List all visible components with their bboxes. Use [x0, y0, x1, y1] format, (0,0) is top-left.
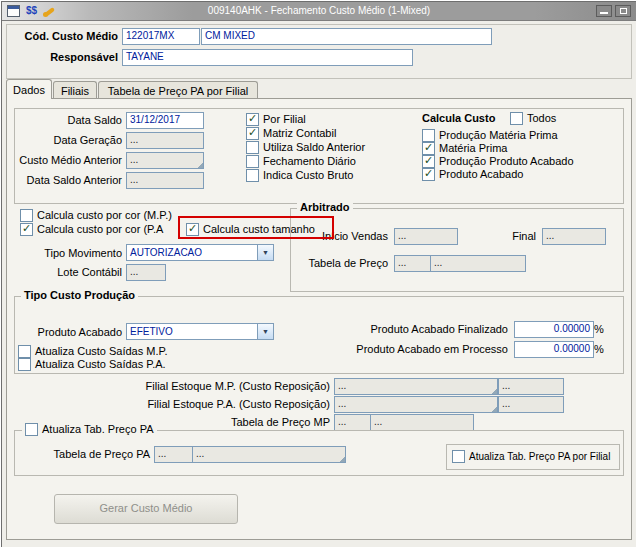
gerar-custo-medio-button[interactable]: Gerar Custo Médio — [54, 494, 238, 524]
checkbox-matriz-contabil[interactable]: Matriz Contabil — [246, 127, 336, 140]
filial-estoque-mp-field2[interactable]: ... — [498, 378, 564, 395]
checkbox-calcula-custo-cor-mp[interactable]: Calcula custo por cor (M.P.) — [20, 209, 172, 222]
lote-contabil-field[interactable]: ... — [126, 264, 166, 281]
utiliza-saldo-anterior-checkbox[interactable] — [246, 141, 259, 154]
tabela-preco-label: Tabela de Preço — [298, 257, 388, 270]
atualiza-custo-saidas-pa-label: Atualiza Custo Saídas P.A. — [35, 358, 166, 371]
fechamento-diario-checkbox[interactable] — [246, 155, 259, 168]
app-window: $$ 009140AHK - Fechamento Custo Médio (1… — [1, 1, 636, 547]
chevron-down-icon[interactable]: ▼ — [257, 324, 273, 339]
checkbox-utiliza-saldo-anterior[interactable]: Utiliza Saldo Anterior — [246, 141, 365, 154]
pa-finalizado-label: Produto Acabado Finalizado — [322, 323, 508, 336]
chevron-down-icon[interactable]: ▼ — [257, 245, 273, 260]
data-geracao-label: Data Geração — [16, 134, 122, 147]
arbitrado-title: Arbitrado — [297, 201, 353, 213]
checkbox-todos[interactable]: Todos — [510, 112, 556, 125]
producao-produto-acabado-label: Produção Produto Acabado — [439, 155, 574, 168]
filial-estoque-pa-field2[interactable]: ... — [498, 396, 564, 413]
tabela-preco-pa-label: Tabela de Preço PA — [32, 448, 150, 461]
data-geracao-field[interactable]: ... — [126, 132, 204, 149]
restore-button[interactable] — [615, 5, 631, 17]
custo-medio-anterior-field[interactable]: ... — [126, 152, 204, 169]
checkbox-fechamento-diario[interactable]: Fechamento Diário — [246, 155, 356, 168]
inicio-vendas-field[interactable]: ... — [394, 228, 458, 245]
tab-filiais[interactable]: Filiais — [53, 81, 97, 98]
atualiza-custo-saidas-pa-checkbox[interactable] — [18, 358, 31, 371]
indica-custo-bruto-label: Indica Custo Bruto — [263, 169, 354, 182]
atualiza-custo-saidas-mp-label: Atualiza Custo Saídas M.P. — [35, 345, 167, 358]
filial-estoque-mp-label: Filial Estoque M.P. (Custo Reposição) — [112, 380, 330, 393]
pa-finalizado-unit: % — [594, 323, 608, 336]
pa-processo-field[interactable]: 0.00000 — [514, 341, 594, 358]
checkbox-produto-acabado[interactable]: Produto Acabado — [422, 168, 523, 181]
tabela-preco-mp-field[interactable]: ... — [334, 414, 372, 431]
minimize-button[interactable] — [596, 5, 612, 17]
checkbox-atualiza-custo-saidas-mp[interactable]: Atualiza Custo Saídas M.P. — [18, 345, 167, 358]
checkbox-producao-produto-acabado[interactable]: Produção Produto Acabado — [422, 155, 574, 168]
produto-acabado-label: Produto Acabado — [439, 168, 523, 181]
tipo-movimento-select[interactable]: AUTORIZACAO ▼ — [126, 244, 274, 261]
produto-acabado-select[interactable]: EFETIVO ▼ — [126, 323, 274, 340]
filial-estoque-pa-label: Filial Estoque P.A. (Custo Reposição) — [112, 398, 330, 411]
tabela-preco-mp-field2[interactable]: ... — [370, 414, 474, 431]
checkbox-materia-prima[interactable]: Matéria Prima — [422, 142, 507, 155]
cod-custo-medio-label: Cód. Custo Médio — [6, 30, 118, 43]
data-saldo-field[interactable]: 31/12/2017 — [126, 112, 204, 129]
highlight-annotation — [178, 216, 334, 239]
checkbox-atualiza-tab-preco-pa[interactable]: Atualiza Tab. Preço PA — [22, 423, 157, 436]
atualiza-tab-preco-pa-por-filial-checkbox[interactable] — [452, 450, 465, 463]
checkbox-atualiza-custo-saidas-pa[interactable]: Atualiza Custo Saídas P.A. — [18, 358, 166, 371]
calcula-custo-cor-mp-checkbox[interactable] — [20, 209, 33, 222]
calcula-custo-cor-mp-label: Calcula custo por cor (M.P.) — [37, 209, 172, 222]
tab-tabela-preco-pa[interactable]: Tabela de Preço PA por Filial — [98, 81, 258, 98]
filial-estoque-mp-field[interactable]: ... — [334, 378, 498, 395]
tabela-preco-pa-field[interactable]: ... — [154, 446, 194, 463]
calcula-custo-title: Calcula Custo — [422, 112, 506, 125]
titlebar[interactable]: $$ 009140AHK - Fechamento Custo Médio (1… — [2, 2, 636, 21]
data-saldo-label: Data Saldo — [16, 114, 122, 127]
responsavel-label: Responsável — [6, 51, 118, 64]
checkbox-atualiza-tab-preco-pa-por-filial[interactable]: Atualiza Tab. Preço PA por Filial — [452, 450, 610, 463]
matriz-contabil-checkbox[interactable] — [246, 127, 259, 140]
todos-checkbox[interactable] — [510, 112, 523, 125]
matriz-contabil-label: Matriz Contabil — [263, 127, 336, 140]
todos-label: Todos — [527, 112, 556, 125]
lote-contabil-label: Lote Contábil — [16, 266, 122, 279]
custo-medio-anterior-label: Custo Médio Anterior — [16, 154, 122, 167]
checkbox-calcula-custo-cor-pa[interactable]: Calcula custo por cor (P.A — [20, 223, 163, 236]
producao-materia-prima-label: Produção Matéria Prima — [439, 129, 558, 142]
produto-acabado-value: EFETIVO — [127, 324, 257, 339]
atualiza-tab-preco-pa-por-filial-label: Atualiza Tab. Preço PA por Filial — [469, 450, 610, 463]
atualiza-custo-saidas-mp-checkbox[interactable] — [18, 345, 31, 358]
atualiza-tab-preco-pa-checkbox[interactable] — [25, 423, 38, 436]
tipo-movimento-value: AUTORIZACAO — [127, 245, 257, 260]
cod-custo-medio-field[interactable]: 122017MX — [122, 28, 200, 45]
por-filial-label: Por Filial — [263, 113, 306, 126]
tab-dados[interactable]: Dados — [6, 79, 52, 99]
checkbox-producao-materia-prima[interactable]: Produção Matéria Prima — [422, 129, 558, 142]
data-saldo-anterior-field[interactable]: ... — [126, 172, 204, 189]
indica-custo-bruto-checkbox[interactable] — [246, 169, 259, 182]
tipo-movimento-label: Tipo Movimento — [16, 247, 122, 260]
checkbox-indica-custo-bruto[interactable]: Indica Custo Bruto — [246, 169, 354, 182]
final-field[interactable]: ... — [542, 228, 606, 245]
tabela-preco-pa-field2[interactable]: ... — [192, 446, 346, 463]
produto-acabado-checkbox[interactable] — [422, 168, 435, 181]
pa-processo-unit: % — [594, 343, 608, 356]
window-title: 009140AHK - Fechamento Custo Médio (1-Mi… — [2, 5, 636, 16]
filial-estoque-pa-field[interactable]: ... — [334, 396, 498, 413]
produto-acabado-combo-label: Produto Acabado — [16, 326, 122, 339]
tabela-preco-field[interactable]: ... — [394, 255, 432, 272]
pa-processo-label: Produto Acabado em Processo — [322, 343, 508, 356]
atualiza-tab-preco-pa-label: Atualiza Tab. Preço PA — [42, 423, 154, 436]
pa-finalizado-field[interactable]: 0.00000 — [514, 321, 594, 338]
final-label: Final — [504, 230, 536, 243]
calcula-custo-cor-pa-checkbox[interactable] — [20, 223, 33, 236]
calcula-custo-cor-pa-label: Calcula custo por cor (P.A — [37, 223, 163, 236]
fechamento-diario-label: Fechamento Diário — [263, 155, 356, 168]
responsavel-field[interactable]: TAYANE — [122, 49, 413, 66]
tabela-preco-desc-field[interactable]: ... — [430, 255, 526, 272]
por-filial-checkbox[interactable] — [246, 113, 259, 126]
checkbox-por-filial[interactable]: Por Filial — [246, 113, 306, 126]
cod-custo-medio-desc-field[interactable]: CM MIXED — [201, 28, 492, 45]
